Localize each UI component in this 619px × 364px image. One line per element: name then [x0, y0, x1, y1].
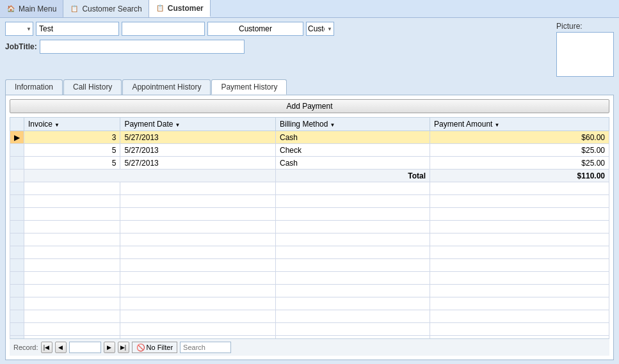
- no-filter-label: No Filter: [147, 344, 173, 351]
- record-label: Record:: [13, 344, 38, 351]
- th-payment-amount[interactable]: Payment Amount▼: [430, 118, 609, 131]
- tab-label-main-menu: Main Menu: [19, 4, 56, 13]
- payment-history-tab-content: Add Payment Invoice▼Payment Date▼Billing…: [5, 95, 614, 360]
- table-body: ▶ 3 5/27/2013 Cash $60.00 5 5/27/2013 Ch…: [10, 131, 609, 339]
- payment-table-scroll[interactable]: Invoice▼Payment Date▼Billing Method▼Paym…: [10, 117, 609, 338]
- tab-label-customer: Customer: [168, 4, 204, 13]
- cell-date-2: 5/27/2013: [120, 157, 276, 170]
- total-row-selector: [10, 170, 24, 182]
- sort-arrow-billing-method: ▼: [330, 122, 335, 128]
- empty-row: [10, 221, 609, 233]
- table-row[interactable]: ▶ 3 5/27/2013 Cash $60.00: [10, 131, 609, 144]
- cell-date-0: 5/27/2013: [120, 131, 276, 144]
- job-title-label: JobTitle:: [5, 42, 37, 51]
- customer-type-select[interactable]: Customer: [306, 22, 334, 36]
- sub-tab-information[interactable]: Information: [5, 79, 63, 95]
- title-tab-main-menu[interactable]: 🏠Main Menu: [0, 0, 63, 17]
- empty-row: [10, 272, 609, 285]
- record-search-input[interactable]: [180, 342, 231, 353]
- title-tab-customer[interactable]: 📋Customer: [149, 0, 211, 17]
- nav-last-button[interactable]: ▶|: [118, 342, 129, 353]
- tab-icon-customer-search: 📋: [70, 4, 79, 13]
- no-filter-icon: 🚫: [136, 344, 145, 352]
- table-header: Invoice▼Payment Date▼Billing Method▼Paym…: [10, 118, 609, 131]
- picture-label: Picture:: [556, 22, 583, 31]
- th-billing-method[interactable]: Billing Method▼: [276, 118, 430, 131]
- cell-billing-2: Cash: [276, 157, 430, 170]
- total-amount-cell: $110.00: [430, 170, 609, 182]
- row-selector-2: [10, 157, 24, 170]
- nav-first-button[interactable]: |◀: [41, 342, 52, 353]
- table-row[interactable]: 5 5/27/2013 Check $25.00: [10, 144, 609, 157]
- main-content: Mr. Mrs. Ms. Customer JobTitle:: [0, 18, 619, 364]
- customer-header-row: Mr. Mrs. Ms. Customer: [5, 22, 551, 36]
- total-row: Total $110.00: [10, 170, 609, 182]
- sort-arrow-payment-date: ▼: [175, 122, 180, 128]
- sort-arrow-payment-amount: ▼: [494, 122, 499, 128]
- cell-date-1: 5/27/2013: [120, 144, 276, 157]
- no-filter-button[interactable]: 🚫 No Filter: [132, 342, 178, 353]
- table-row[interactable]: 5 5/27/2013 Cash $25.00: [10, 157, 609, 170]
- sort-arrow-invoice: ▼: [54, 122, 60, 128]
- th-label-payment-amount: Payment Amount: [434, 120, 492, 129]
- empty-row: [10, 259, 609, 272]
- row-selector-1: [10, 144, 24, 157]
- cell-amount-2: $25.00: [430, 157, 609, 170]
- cell-amount-1: $25.00: [430, 144, 609, 157]
- th-row-select: [10, 118, 24, 131]
- tab-icon-customer: 📋: [156, 4, 165, 13]
- th-label-invoice: Invoice: [28, 120, 52, 129]
- record-nav-bar: Record: |◀ ◀ ▶ ▶| 🚫 No Filter: [10, 338, 609, 356]
- total-label-cell: [24, 170, 276, 182]
- th-label-payment-date: Payment Date: [124, 120, 173, 129]
- total-text-cell: Total: [276, 170, 430, 182]
- tab-icon-main-menu: 🏠: [6, 4, 15, 13]
- empty-row: [10, 310, 609, 323]
- record-number-input[interactable]: [69, 342, 101, 353]
- picture-section: Picture:: [556, 22, 614, 77]
- nav-prev-button[interactable]: ◀: [55, 342, 67, 353]
- row-selector-0: ▶: [10, 131, 24, 144]
- empty-row: [10, 233, 609, 246]
- th-label-billing-method: Billing Method: [280, 120, 328, 129]
- job-title-row: JobTitle:: [5, 40, 551, 54]
- cell-invoice-2: 5: [24, 157, 120, 170]
- cell-billing-1: Check: [276, 144, 430, 157]
- cell-invoice-1: 5: [24, 144, 120, 157]
- customer-type-input[interactable]: [207, 22, 303, 36]
- cell-billing-0: Cash: [276, 131, 430, 144]
- empty-row: [10, 285, 609, 297]
- first-name-input[interactable]: [36, 22, 119, 36]
- title-tab-customer-search[interactable]: 📋Customer Search: [63, 0, 149, 17]
- empty-row: [10, 195, 609, 208]
- cell-amount-0: $60.00: [430, 131, 609, 144]
- add-payment-button[interactable]: Add Payment: [10, 99, 609, 113]
- tab-label-customer-search: Customer Search: [82, 4, 141, 13]
- cell-invoice-0: 3: [24, 131, 120, 144]
- picture-box: [556, 32, 614, 77]
- title-bar: 🏠Main Menu📋Customer Search📋Customer: [0, 0, 619, 18]
- th-payment-date[interactable]: Payment Date▼: [120, 118, 276, 131]
- payment-table: Invoice▼Payment Date▼Billing Method▼Paym…: [10, 117, 609, 338]
- sub-tab-appointment-history[interactable]: Appointment History: [122, 79, 211, 95]
- empty-row: [10, 246, 609, 259]
- last-name-input[interactable]: [122, 22, 205, 36]
- nav-next-button[interactable]: ▶: [104, 342, 115, 353]
- empty-row: [10, 182, 609, 195]
- empty-row: [10, 323, 609, 336]
- job-title-input[interactable]: [40, 40, 245, 54]
- th-invoice[interactable]: Invoice▼: [24, 118, 120, 131]
- sub-tab-call-history[interactable]: Call History: [63, 79, 122, 95]
- title-select[interactable]: Mr. Mrs. Ms.: [5, 22, 33, 36]
- empty-row: [10, 208, 609, 221]
- sub-tab-payment-history[interactable]: Payment History: [211, 79, 287, 95]
- sub-tabs-container: InformationCall HistoryAppointment Histo…: [5, 79, 614, 95]
- empty-row: [10, 297, 609, 310]
